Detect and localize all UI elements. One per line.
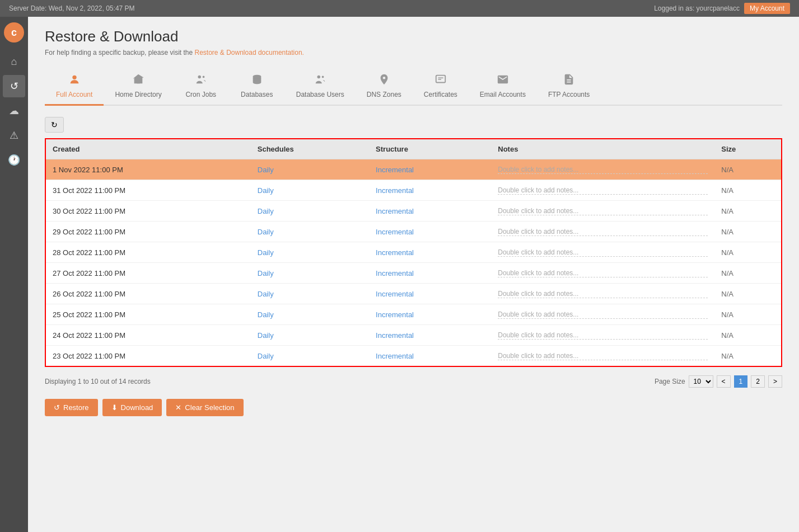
- logged-in-text: Logged in as: yourcpanelacc: [654, 4, 740, 12]
- table-row[interactable]: 23 Oct 2022 11:00 PM Daily Incremental D…: [46, 346, 781, 366]
- clear-selection-button[interactable]: ✕ Clear Selection: [166, 399, 243, 416]
- page-2-button[interactable]: 2: [751, 375, 765, 388]
- cell-structure: Incremental: [369, 346, 491, 366]
- page-1-button[interactable]: 1: [734, 375, 748, 388]
- sidebar-item-cloud[interactable]: ☁: [3, 100, 25, 122]
- sidebar-item-restore[interactable]: ↺: [3, 75, 25, 97]
- cell-size: N/A: [714, 222, 781, 242]
- tabs-container: Full Account Home Directory Cron Jobs Da…: [45, 68, 782, 106]
- tab-home-directory-label: Home Directory: [115, 91, 161, 98]
- tab-email-accounts[interactable]: Email Accounts: [469, 68, 537, 106]
- tab-certificates-label: Certificates: [424, 91, 457, 98]
- page-size-select[interactable]: 10 25 50: [689, 375, 713, 388]
- tab-ftp-accounts-label: FTP Accounts: [548, 91, 590, 98]
- dns-zones-icon: [378, 73, 390, 88]
- table-row[interactable]: 26 Oct 2022 11:00 PM Daily Incremental D…: [46, 284, 781, 304]
- cell-size: N/A: [714, 180, 781, 201]
- cell-notes[interactable]: Double click to add notes...: [491, 346, 714, 366]
- svg-point-2: [198, 76, 201, 79]
- svg-point-6: [322, 76, 324, 78]
- page-next-button[interactable]: >: [768, 375, 782, 388]
- cell-structure: Incremental: [369, 201, 491, 222]
- tab-databases-label: Databases: [241, 91, 273, 98]
- display-records-text: Displaying 1 to 10 out of 14 records: [45, 378, 151, 385]
- cell-notes[interactable]: Double click to add notes...: [491, 180, 714, 201]
- table-row[interactable]: 31 Oct 2022 11:00 PM Daily Incremental D…: [46, 180, 781, 201]
- tab-dns-zones-label: DNS Zones: [367, 91, 401, 98]
- cell-notes[interactable]: Double click to add notes...: [491, 201, 714, 222]
- cell-structure: Incremental: [369, 263, 491, 284]
- cell-notes[interactable]: Double click to add notes...: [491, 325, 714, 346]
- tab-ftp-accounts[interactable]: FTP Accounts: [537, 68, 601, 106]
- cell-notes[interactable]: Double click to add notes...: [491, 304, 714, 325]
- cell-schedule: Daily: [251, 222, 369, 242]
- server-date: Server Date: Wed, Nov 2, 2022, 05:47 PM: [9, 4, 135, 12]
- tab-databases[interactable]: Databases: [229, 68, 285, 106]
- page-size-label: Page Size: [655, 378, 685, 385]
- databases-icon: [251, 73, 263, 88]
- restore-button[interactable]: ↺ Restore: [45, 399, 98, 416]
- sidebar: c ⌂ ↺ ☁ ⚠ 🕐: [0, 17, 28, 532]
- cell-schedule: Daily: [251, 346, 369, 366]
- cell-structure: Incremental: [369, 304, 491, 325]
- my-account-button[interactable]: My Account: [744, 3, 790, 14]
- svg-rect-1: [137, 81, 140, 84]
- tab-home-directory[interactable]: Home Directory: [104, 68, 172, 106]
- sidebar-item-warning[interactable]: ⚠: [3, 124, 25, 147]
- tab-full-account[interactable]: Full Account: [45, 68, 104, 106]
- clear-icon: ✕: [175, 403, 181, 412]
- cell-size: N/A: [714, 346, 781, 366]
- cell-created: 28 Oct 2022 11:00 PM: [46, 242, 251, 263]
- svg-point-3: [202, 76, 204, 78]
- col-notes: Notes: [491, 139, 714, 159]
- cell-created: 25 Oct 2022 11:00 PM: [46, 304, 251, 325]
- col-structure: Structure: [369, 139, 491, 159]
- sidebar-item-clock[interactable]: 🕐: [3, 149, 25, 171]
- cell-created: 23 Oct 2022 11:00 PM: [46, 346, 251, 366]
- cell-notes[interactable]: Double click to add notes...: [491, 222, 714, 242]
- sidebar-item-home[interactable]: ⌂: [3, 50, 25, 73]
- backup-table-container: Created Schedules Structure Notes Size 1…: [45, 138, 782, 367]
- cell-schedule: Daily: [251, 304, 369, 325]
- cell-notes[interactable]: Double click to add notes...: [491, 284, 714, 304]
- page-subtitle: For help finding a specific backup, plea…: [45, 49, 782, 57]
- svg-rect-7: [436, 76, 446, 83]
- cell-structure: Incremental: [369, 242, 491, 263]
- col-created: Created: [46, 139, 251, 159]
- cell-created: 26 Oct 2022 11:00 PM: [46, 284, 251, 304]
- cell-notes[interactable]: Double click to add notes...: [491, 159, 714, 180]
- table-row[interactable]: 29 Oct 2022 11:00 PM Daily Incremental D…: [46, 222, 781, 242]
- home-directory-icon: [132, 73, 144, 88]
- cell-notes[interactable]: Double click to add notes...: [491, 263, 714, 284]
- cell-schedule: Daily: [251, 159, 369, 180]
- cell-schedule: Daily: [251, 325, 369, 346]
- table-row[interactable]: 1 Nov 2022 11:00 PM Daily Incremental Do…: [46, 159, 781, 180]
- table-row[interactable]: 27 Oct 2022 11:00 PM Daily Incremental D…: [46, 263, 781, 284]
- refresh-button[interactable]: ↻: [45, 117, 64, 133]
- cell-schedule: Daily: [251, 284, 369, 304]
- table-row[interactable]: 30 Oct 2022 11:00 PM Daily Incremental D…: [46, 201, 781, 222]
- cell-size: N/A: [714, 159, 781, 180]
- tab-email-accounts-label: Email Accounts: [480, 91, 526, 98]
- table-row[interactable]: 28 Oct 2022 11:00 PM Daily Incremental D…: [46, 242, 781, 263]
- documentation-link[interactable]: Restore & Download documentation.: [195, 49, 304, 57]
- full-account-icon: [68, 73, 81, 88]
- tab-cron-jobs[interactable]: Cron Jobs: [173, 68, 229, 106]
- cell-schedule: Daily: [251, 201, 369, 222]
- tab-dns-zones[interactable]: DNS Zones: [356, 68, 413, 106]
- restore-icon: ↺: [54, 403, 60, 412]
- cell-structure: Incremental: [369, 325, 491, 346]
- cell-notes[interactable]: Double click to add notes...: [491, 242, 714, 263]
- toolbar: ↻: [45, 117, 782, 133]
- download-button[interactable]: ⬇ Download: [102, 399, 162, 416]
- table-row[interactable]: 25 Oct 2022 11:00 PM Daily Incremental D…: [46, 304, 781, 325]
- tab-certificates[interactable]: Certificates: [413, 68, 469, 106]
- tab-full-account-label: Full Account: [56, 91, 92, 98]
- cell-size: N/A: [714, 201, 781, 222]
- tab-database-users[interactable]: Database Users: [285, 68, 356, 106]
- ftp-accounts-icon: [563, 73, 575, 88]
- cell-structure: Incremental: [369, 180, 491, 201]
- table-row[interactable]: 24 Oct 2022 11:00 PM Daily Incremental D…: [46, 325, 781, 346]
- cell-created: 1 Nov 2022 11:00 PM: [46, 159, 251, 180]
- page-prev-button[interactable]: <: [717, 375, 731, 388]
